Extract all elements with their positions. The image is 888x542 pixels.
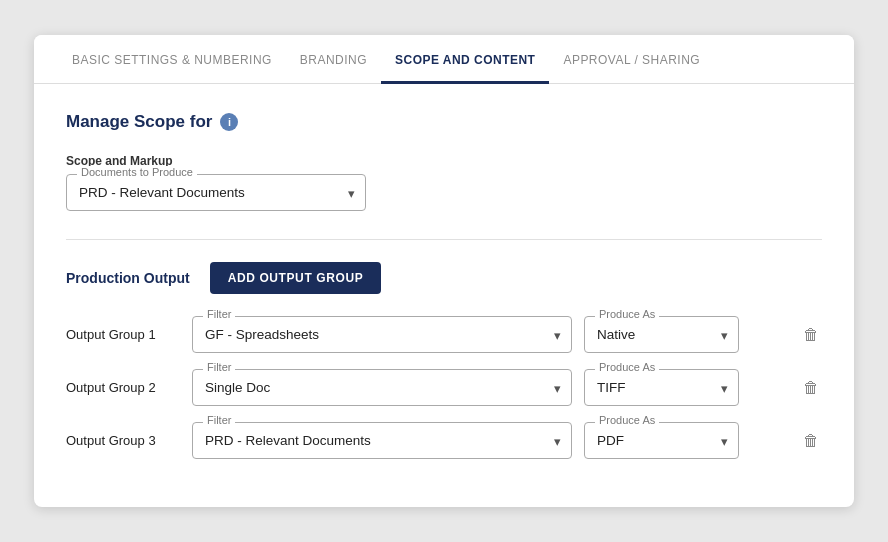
output-group-1-filter-wrapper: Filter GF - Spreadsheets ▾ — [192, 316, 572, 353]
output-group-1-produce-wrapper: Produce As Native ▾ — [584, 316, 739, 353]
output-group-2-filter-wrapper: Filter Single Doc ▾ — [192, 369, 572, 406]
section-title: Manage Scope for i — [66, 112, 822, 132]
output-group-3-produce-wrapper: Produce As PDF ▾ — [584, 422, 739, 459]
info-icon[interactable]: i — [220, 113, 238, 131]
output-group-3-filter-legend: Filter — [203, 414, 235, 426]
output-group-1-produce-legend: Produce As — [595, 308, 659, 320]
output-group-2-produce-select[interactable]: TIFF — [585, 370, 738, 405]
section-divider — [66, 239, 822, 240]
tab-branding[interactable]: BRANDING — [286, 35, 381, 84]
card-body: Manage Scope for i Scope and Markup Docu… — [34, 84, 854, 507]
output-group-2-filter-select[interactable]: Single Doc — [193, 370, 571, 405]
output-group-1-produce-select[interactable]: Native — [585, 317, 738, 352]
documents-fieldset: Documents to Produce PRD - Relevant Docu… — [66, 174, 366, 211]
production-output-label: Production Output — [66, 270, 190, 286]
output-group-3-filter-wrapper: Filter PRD - Relevant Documents ▾ — [192, 422, 572, 459]
output-group-3-produce-fieldset: Produce As PDF ▾ — [584, 422, 739, 459]
tabs-container: BASIC SETTINGS & NUMBERING BRANDING SCOP… — [34, 35, 854, 84]
output-group-row-3: Output Group 3 Filter PRD - Relevant Doc… — [66, 422, 822, 459]
output-group-2-selects: Filter Single Doc ▾ Produce As TIFF — [192, 369, 784, 406]
production-output-header: Production Output ADD OUTPUT GROUP — [66, 262, 822, 294]
output-group-3-filter-fieldset: Filter PRD - Relevant Documents ▾ — [192, 422, 572, 459]
output-group-2-filter-legend: Filter — [203, 361, 235, 373]
output-group-2-produce-fieldset: Produce As TIFF ▾ — [584, 369, 739, 406]
output-group-2-label: Output Group 2 — [66, 380, 176, 395]
output-group-2-produce-wrapper: Produce As TIFF ▾ — [584, 369, 739, 406]
delete-group-3-button[interactable]: 🗑 — [800, 430, 822, 452]
output-group-1-selects: Filter GF - Spreadsheets ▾ Produce As Na… — [192, 316, 784, 353]
output-group-3-filter-select[interactable]: PRD - Relevant Documents — [193, 423, 571, 458]
documents-select-wrapper: Documents to Produce PRD - Relevant Docu… — [66, 174, 366, 211]
delete-group-2-button[interactable]: 🗑 — [800, 377, 822, 399]
delete-group-1-button[interactable]: 🗑 — [800, 324, 822, 346]
output-groups-container: Output Group 1 Filter GF - Spreadsheets … — [66, 316, 822, 459]
manage-scope-title: Manage Scope for — [66, 112, 212, 132]
output-group-3-produce-select[interactable]: PDF — [585, 423, 738, 458]
tab-basic-settings[interactable]: BASIC SETTINGS & NUMBERING — [58, 35, 286, 84]
documents-legend: Documents to Produce — [77, 166, 197, 178]
add-output-group-button[interactable]: ADD OUTPUT GROUP — [210, 262, 382, 294]
output-group-1-filter-legend: Filter — [203, 308, 235, 320]
output-group-3-produce-legend: Produce As — [595, 414, 659, 426]
output-group-row-1: Output Group 1 Filter GF - Spreadsheets … — [66, 316, 822, 353]
tab-approval-sharing[interactable]: APPROVAL / SHARING — [549, 35, 714, 84]
output-group-1-label: Output Group 1 — [66, 327, 176, 342]
output-group-2-produce-legend: Produce As — [595, 361, 659, 373]
scope-markup-group: Scope and Markup Documents to Produce PR… — [66, 154, 822, 211]
output-group-2-filter-fieldset: Filter Single Doc ▾ — [192, 369, 572, 406]
output-group-row-2: Output Group 2 Filter Single Doc ▾ — [66, 369, 822, 406]
output-group-3-label: Output Group 3 — [66, 433, 176, 448]
output-group-1-produce-fieldset: Produce As Native ▾ — [584, 316, 739, 353]
tab-scope-content[interactable]: SCOPE AND CONTENT — [381, 35, 549, 84]
output-group-3-selects: Filter PRD - Relevant Documents ▾ Produc… — [192, 422, 784, 459]
output-group-1-filter-fieldset: Filter GF - Spreadsheets ▾ — [192, 316, 572, 353]
main-card: BASIC SETTINGS & NUMBERING BRANDING SCOP… — [34, 35, 854, 507]
documents-select[interactable]: PRD - Relevant Documents — [67, 175, 365, 210]
output-group-1-filter-select[interactable]: GF - Spreadsheets — [193, 317, 571, 352]
